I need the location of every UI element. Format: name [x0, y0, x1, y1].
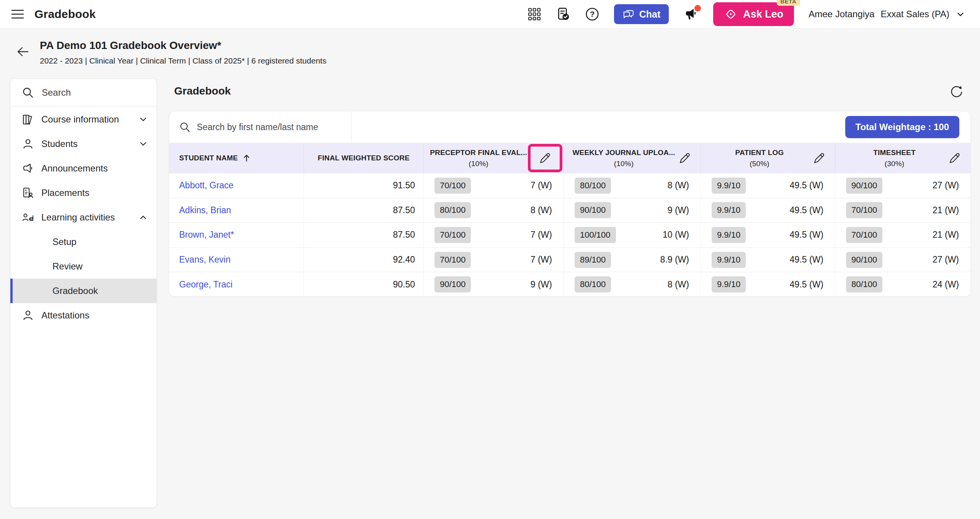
final-weighted-score: 91.50	[304, 173, 423, 198]
total-weightage-button[interactable]: Total Weightage : 100	[845, 116, 960, 138]
topbar-actions: ? Chat	[528, 2, 965, 26]
table-row: Abbott, Grace 91.50 70/1007 (W) 80/1008 …	[169, 173, 970, 198]
table-row: Adkins, Brian 87.50 80/1008 (W) 90/1009 …	[169, 198, 970, 223]
column-header-final-weighted-score: FINAL WEIGHTED SCORE	[304, 143, 423, 173]
score-chip: 70/100	[434, 252, 471, 268]
edit-pencil-icon[interactable]	[678, 152, 691, 165]
sidebar-subitem-setup[interactable]: Setup	[10, 230, 157, 254]
weighted-value: 10 (W)	[663, 230, 689, 240]
weighted-value: 27 (W)	[933, 255, 959, 265]
student-link[interactable]: Adkins, Brian	[179, 205, 231, 215]
sidebar-item-placements[interactable]: Placements	[10, 181, 157, 205]
user-name: Amee Jotangiya	[808, 9, 874, 20]
notification-dot	[694, 5, 701, 11]
sidebar-subitem-review[interactable]: Review	[10, 254, 157, 279]
gradebook-card: Total Weightage : 100 STUDENT NAME FINAL…	[169, 111, 971, 297]
edit-pencil-icon[interactable]	[948, 152, 961, 165]
svg-text:?: ?	[590, 10, 595, 18]
weighted-value: 24 (W)	[933, 279, 959, 290]
search-icon	[179, 121, 191, 133]
score-chip: 9.9/10	[712, 252, 746, 268]
sidebar-item-attestations[interactable]: Attestations	[10, 303, 157, 328]
person-icon	[21, 309, 35, 322]
chevron-down-icon	[138, 139, 148, 149]
weighted-value: 21 (W)	[933, 205, 959, 215]
score-chip: 80/100	[434, 202, 471, 218]
weighted-value: 9 (W)	[668, 205, 689, 215]
user-org: Exxat Sales (PA)	[880, 9, 949, 20]
sort-ascending-icon[interactable]	[242, 153, 251, 163]
score-chip: 100/100	[575, 227, 616, 243]
megaphone-icon	[21, 162, 35, 175]
score-chip: 9.9/10	[712, 227, 746, 243]
edit-pencil-icon[interactable]	[813, 152, 826, 165]
beta-badge: BETA	[777, 0, 800, 6]
hamburger-menu-icon[interactable]	[11, 8, 24, 20]
leo-logo-icon	[724, 7, 738, 21]
document-plus-person-icon	[21, 186, 35, 199]
person-screen-icon	[21, 211, 35, 224]
user-menu[interactable]: Amee Jotangiya Exxat Sales (PA)	[808, 9, 965, 20]
refresh-icon[interactable]	[948, 83, 964, 100]
search-icon	[22, 86, 34, 99]
chat-button[interactable]: Chat	[614, 4, 669, 24]
column-header-preceptor-final-eval: PRECEPTOR FINAL EVAL... (10%)	[423, 143, 564, 173]
course-subtitle: 2022 - 2023 | Clinical Year | Clinical T…	[40, 56, 327, 65]
apps-grid-icon[interactable]	[528, 7, 541, 21]
weighted-value: 7 (W)	[531, 180, 552, 191]
weighted-value: 49.5 (W)	[790, 205, 823, 215]
student-link[interactable]: Brown, Janet*	[179, 230, 234, 240]
score-chip: 89/100	[575, 252, 611, 268]
person-icon	[21, 137, 35, 150]
app-title: Gradebook	[34, 8, 96, 21]
score-chip: 80/100	[575, 276, 611, 292]
weighted-value: 49.5 (W)	[790, 180, 823, 191]
sidebar-item-learning-activities[interactable]: Learning activities	[10, 205, 157, 230]
tasks-check-icon[interactable]	[556, 7, 570, 21]
weighted-value: 7 (W)	[531, 230, 552, 240]
table-row: Evans, Kevin 92.40 70/1007 (W) 89/1008.9…	[169, 248, 970, 273]
sidebar-search-row	[10, 79, 157, 106]
score-chip: 70/100	[434, 178, 471, 194]
score-chip: 9.9/10	[712, 178, 746, 194]
table-toolbar: Total Weightage : 100	[169, 111, 970, 143]
chat-icon	[622, 8, 635, 20]
sidebar-search-input[interactable]	[42, 87, 157, 98]
page-title: Gradebook Overview*	[110, 39, 221, 52]
weighted-value: 21 (W)	[933, 230, 959, 240]
sidebar-menu: Course information Students	[10, 106, 157, 328]
sidebar-item-announcements[interactable]: Announcements	[10, 156, 157, 181]
score-chip: 90/100	[575, 202, 611, 218]
chevron-up-icon	[138, 212, 148, 222]
sidebar-item-students[interactable]: Students	[10, 132, 157, 156]
score-chip: 90/100	[846, 252, 882, 268]
weighted-value: 49.5 (W)	[790, 230, 823, 240]
course-code: PA Demo 101	[40, 39, 107, 52]
announcements-bell[interactable]	[683, 7, 699, 22]
student-link[interactable]: Evans, Kevin	[179, 255, 230, 265]
student-search-input[interactable]	[197, 122, 344, 132]
score-chip: 70/100	[846, 227, 882, 243]
student-link[interactable]: George, Traci	[179, 279, 232, 290]
ask-leo-button[interactable]: Ask Leo BETA	[713, 2, 794, 26]
back-button[interactable]	[15, 44, 31, 59]
sidebar-item-course-information[interactable]: Course information	[10, 107, 157, 132]
column-header-weekly-journal-upload: WEEKLY JOURNAL UPLOA... (10%)	[564, 143, 701, 173]
books-icon	[21, 113, 35, 126]
final-weighted-score: 90.50	[304, 272, 423, 297]
sidebar-subitem-gradebook[interactable]: Gradebook	[10, 279, 157, 303]
student-link[interactable]: Abbott, Grace	[179, 180, 234, 191]
weighted-value: 8.9 (W)	[660, 255, 689, 265]
score-chip: 9.9/10	[712, 276, 746, 292]
weighted-value: 8 (W)	[531, 205, 552, 215]
weighted-value: 7 (W)	[531, 255, 552, 265]
help-icon[interactable]: ?	[585, 7, 599, 21]
weighted-value: 27 (W)	[933, 180, 959, 191]
column-header-student-name[interactable]: STUDENT NAME	[169, 143, 304, 173]
score-chip: 80/100	[575, 178, 611, 194]
table-header-row: STUDENT NAME FINAL WEIGHTED SCORE PRECEP…	[169, 143, 970, 173]
column-header-patient-log: PATIENT LOG (50%)	[701, 143, 835, 173]
weighted-value: 8 (W)	[668, 279, 689, 290]
edit-pencil-icon[interactable]	[539, 152, 552, 165]
score-chip: 9.9/10	[712, 202, 746, 218]
